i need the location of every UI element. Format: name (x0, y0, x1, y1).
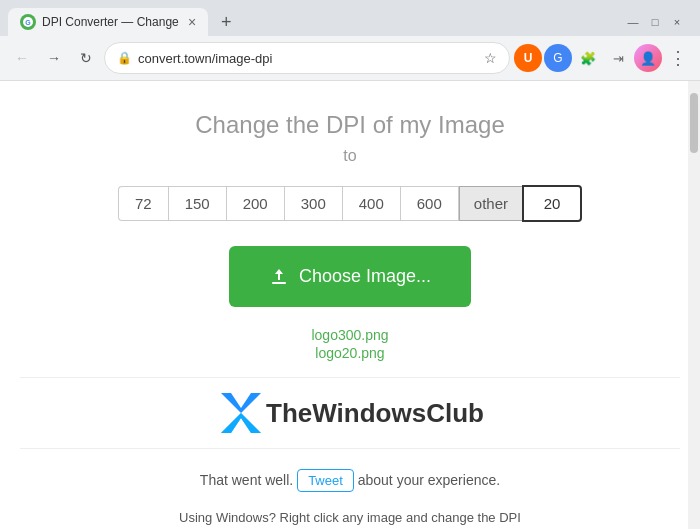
forward-btn[interactable]: → (40, 44, 68, 72)
minimize-btn[interactable]: — (626, 15, 640, 29)
back-btn[interactable]: ← (8, 44, 36, 72)
dpi-200-btn[interactable]: 200 (226, 186, 284, 221)
svg-text:G: G (25, 19, 31, 26)
tab-bar: G DPI Converter — Change DPI of × + — □ … (0, 0, 700, 36)
bottom-text: Using Windows? Right click any image and… (20, 508, 680, 529)
active-tab[interactable]: G DPI Converter — Change DPI of × (8, 8, 208, 36)
lock-icon: 🔒 (117, 51, 132, 65)
dpi-72-btn[interactable]: 72 (118, 186, 168, 221)
extension-list-icon[interactable]: ⇥ (604, 44, 632, 72)
maximize-btn[interactable]: □ (648, 15, 662, 29)
nav-bar: ← → ↻ 🔒 convert.town/image-dpi ☆ U G 🧩 ⇥… (0, 36, 700, 80)
close-window-btn[interactable]: × (670, 15, 684, 29)
dpi-300-btn[interactable]: 300 (284, 186, 342, 221)
profile-icon[interactable]: 👤 (634, 44, 662, 72)
file-link-1[interactable]: logo300.png (20, 327, 680, 343)
tab-title: DPI Converter — Change DPI of (42, 15, 182, 29)
page-content: Change the DPI of my Image to 72 150 200… (0, 81, 700, 529)
choose-btn-label: Choose Image... (299, 266, 431, 287)
dpi-150-btn[interactable]: 150 (168, 186, 226, 221)
scrollbar-thumb[interactable] (690, 93, 698, 153)
tweet-area: That went well. Tweet about your experie… (20, 469, 680, 492)
new-tab-btn[interactable]: + (212, 8, 240, 36)
nav-actions: U G 🧩 ⇥ 👤 ⋮ (514, 44, 692, 72)
upload-icon (269, 267, 289, 287)
reload-btn[interactable]: ↻ (72, 44, 100, 72)
dpi-600-btn[interactable]: 600 (400, 186, 459, 221)
file-link-2[interactable]: logo20.png (20, 345, 680, 361)
bookmark-icon[interactable]: ☆ (484, 50, 497, 66)
logo-image (216, 388, 266, 438)
extension-g-icon[interactable]: G (544, 44, 572, 72)
logo-text: TheWindowsClub (266, 398, 484, 429)
browser-chrome: G DPI Converter — Change DPI of × + — □ … (0, 0, 700, 81)
tab-close-btn[interactable]: × (188, 14, 196, 30)
scrollbar[interactable] (688, 81, 700, 529)
window-controls: — □ × (626, 15, 692, 29)
dpi-other-btn[interactable]: other (459, 186, 522, 221)
dpi-400-btn[interactable]: 400 (342, 186, 400, 221)
dpi-options: 72 150 200 300 400 600 other (20, 185, 680, 222)
page-title: Change the DPI of my Image (20, 111, 680, 139)
address-text: convert.town/image-dpi (138, 51, 478, 66)
svg-rect-2 (272, 282, 286, 284)
tweet-suffix: about your experience. (358, 472, 500, 488)
tweet-prefix: That went well. (200, 472, 293, 488)
page-wrapper: Change the DPI of my Image to 72 150 200… (0, 81, 700, 529)
page-subtitle: to (20, 147, 680, 165)
choose-image-btn[interactable]: Choose Image... (229, 246, 471, 307)
dpi-custom-input[interactable] (522, 185, 582, 222)
file-links: logo300.png logo20.png (20, 327, 680, 361)
more-options-btn[interactable]: ⋮ (664, 44, 692, 72)
address-bar[interactable]: 🔒 convert.town/image-dpi ☆ (104, 42, 510, 74)
tweet-btn[interactable]: Tweet (297, 469, 354, 492)
logo-area: TheWindowsClub (20, 377, 680, 449)
extensions-btn[interactable]: 🧩 (574, 44, 602, 72)
tab-favicon: G (20, 14, 36, 30)
extension-u-icon[interactable]: U (514, 44, 542, 72)
bottom-text-line1: Using Windows? Right click any image and… (179, 510, 521, 525)
